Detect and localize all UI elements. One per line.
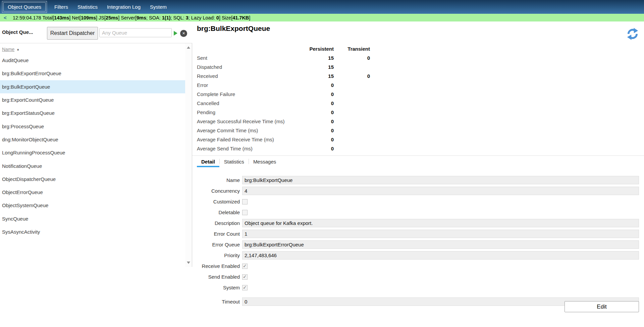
queue-search-input[interactable] (99, 28, 172, 37)
queue-detail-form: NameConcurrencyCustomizedDeletableDescri… (192, 176, 639, 308)
stats-persistent-value: 0 (305, 90, 334, 99)
queue-detail-panel: brg:BulkExportQueue PersistentTransientS… (192, 21, 644, 327)
field-label: Timeout (192, 299, 240, 305)
nav-tab-object-queues[interactable]: Object Queues (2, 1, 47, 13)
tab-statistics[interactable]: Statistics (220, 156, 249, 167)
stats-transient-value (334, 62, 370, 72)
stats-row-label: Sent (197, 53, 305, 62)
stats-transient-value (334, 135, 370, 144)
status-segment: ] Net[ (69, 15, 81, 20)
stats-row: Sent150 (197, 53, 370, 62)
status-segment: ; SQL: (171, 15, 186, 20)
concurrency-field[interactable] (242, 187, 639, 195)
stats-transient-value (334, 108, 370, 117)
stats-header-row: PersistentTransient (197, 44, 370, 53)
form-row-receive-enabled: Receive Enabled✓ (192, 262, 639, 270)
form-row-send-enabled: Send Enabled✓ (192, 273, 639, 281)
stats-row: Received150 (197, 72, 370, 81)
stats-transient-value: 0 (334, 72, 370, 81)
queue-list-item[interactable]: ObjectSystemQueue (0, 199, 185, 212)
status-segment: 41.7KB (232, 15, 249, 20)
system-checkbox[interactable]: ✓ (242, 285, 248, 290)
error-queue-field[interactable] (242, 240, 639, 249)
queue-list-item[interactable]: brg:ExportCountQueue (0, 93, 185, 106)
nav-tab-statistics[interactable]: Statistics (73, 0, 102, 14)
stats-row-label: Error (197, 81, 305, 90)
stats-col-transient: Transient (334, 44, 370, 53)
checkmark-icon: ✓ (243, 263, 247, 269)
field-label: Concurrency (192, 188, 240, 194)
nav-tab-label: Object Queues (3, 2, 46, 11)
run-filter-icon[interactable] (174, 31, 177, 36)
stats-transient-value (334, 90, 370, 99)
queue-list-item[interactable]: LongRunningProcessQueue (0, 146, 185, 159)
field-label: Customized (192, 199, 240, 204)
stats-row-label: Pending (197, 108, 305, 117)
nav-tab-integration-log[interactable]: Integration Log (102, 0, 145, 14)
edit-button[interactable]: Edit (565, 301, 639, 312)
restart-dispatcher-button[interactable]: Restart Dispatcher (47, 27, 98, 40)
queue-list-scrollbar[interactable] (185, 43, 192, 267)
nav-tab-system[interactable]: System (145, 0, 171, 14)
status-segment: ] Server[ (118, 15, 137, 20)
queue-panel-header: Object Que... Restart Dispatcher ✕ (0, 21, 192, 43)
sort-header-name[interactable]: Name (2, 47, 14, 52)
queue-list-item[interactable]: NotificationQueue (0, 159, 185, 172)
stats-row: Average Successful Receive Time (ms)0 (197, 117, 370, 126)
queue-list-item[interactable]: brg:BulkExportQueue (0, 80, 185, 93)
send-enabled-checkbox[interactable]: ✓ (242, 274, 248, 280)
stats-row: Cancelled0 (197, 99, 370, 108)
status-segment: 9ms (137, 15, 146, 20)
queue-list-item[interactable]: SyncQueue (0, 212, 185, 225)
stats-persistent-value: 0 (305, 99, 334, 108)
nav-tab-filters[interactable]: Filters (50, 0, 73, 14)
queue-detail-title: brg:BulkExportQueue (197, 25, 270, 33)
stats-transient-value (334, 99, 370, 108)
queue-panel-title: Object Que... (2, 29, 33, 35)
status-segment: 12:59:04.178 Total[ (13, 15, 54, 20)
queue-list-item[interactable]: dng:MonitorObjectQueue (0, 133, 185, 146)
stats-row-label: Average Failed Receive Time (ms) (197, 135, 305, 144)
stats-row-label: Cancelled (197, 99, 305, 108)
tab-messages[interactable]: Messages (249, 156, 280, 167)
scroll-up-icon[interactable] (187, 46, 190, 49)
stats-persistent-value: 0 (305, 108, 334, 117)
queue-list-item[interactable]: AuditQueue (0, 54, 185, 67)
form-row-deletable: Deletable (192, 208, 639, 217)
form-row-name: Name (192, 176, 639, 184)
sort-asc-icon: ▲ (16, 48, 19, 51)
checkmark-icon: ✓ (243, 274, 247, 279)
customized-checkbox[interactable] (242, 199, 248, 204)
deletable-checkbox[interactable] (242, 210, 248, 215)
status-segment: 25ms (106, 15, 118, 20)
name-field[interactable] (242, 176, 639, 184)
refresh-icon[interactable] (626, 28, 639, 40)
status-segment: 109ms (81, 15, 96, 20)
stats-row-label: Received (197, 72, 305, 81)
clear-filter-icon[interactable]: ✕ (180, 30, 187, 37)
back-chevron-icon[interactable]: < (0, 15, 13, 20)
receive-enabled-checkbox[interactable]: ✓ (242, 264, 248, 269)
description-field[interactable] (242, 219, 639, 227)
status-segment: ] Size[ (219, 15, 232, 20)
queue-list-item[interactable]: ObjectErrorQueue (0, 186, 185, 199)
tab-detail[interactable]: Detail (197, 156, 219, 167)
stats-row-label: Average Commit Time (ms) (197, 126, 305, 135)
status-segment: ; SOA: (146, 15, 162, 20)
stats-row-label: Complete Failure (197, 90, 305, 99)
field-label: Name (192, 177, 240, 183)
priority-field[interactable] (242, 251, 639, 260)
queue-list-item[interactable]: brg:ProcessQueue (0, 120, 185, 133)
status-segment: ; Lazy Load: (189, 15, 216, 20)
queue-list-item[interactable]: brg:ExportStatusQueue (0, 106, 185, 120)
scroll-down-icon[interactable] (187, 262, 190, 264)
queue-list-item[interactable]: SysAsyncActivity (0, 225, 185, 238)
error-count-field[interactable] (242, 230, 639, 238)
detail-tab-strip: DetailStatisticsMessages (192, 155, 644, 167)
field-label: Receive Enabled (192, 263, 240, 269)
stats-row-label: Average Successful Receive Time (ms) (197, 117, 305, 126)
queue-list-item[interactable]: brg:BulkExportErrorQueue (0, 67, 185, 80)
form-row-concurrency: Concurrency (192, 187, 639, 195)
status-segment: 0 (216, 15, 219, 20)
queue-list-item[interactable]: ObjectDispatcherQueue (0, 173, 185, 186)
